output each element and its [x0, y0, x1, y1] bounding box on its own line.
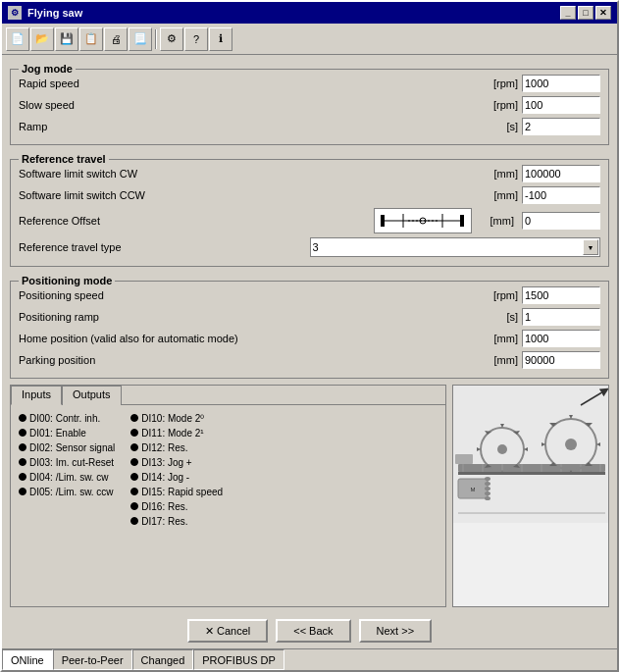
svg-rect-2: [460, 215, 464, 227]
jog-mode-border: Jog mode Rapid speed [rpm] Slow speed [r…: [10, 69, 609, 145]
sw-limit-ccw-label: Software limit switch CCW: [19, 189, 484, 201]
di10-label: DI10: Mode 2⁰: [141, 413, 204, 424]
minimize-button[interactable]: _: [560, 6, 576, 20]
list-item: DI02: Sensor signal: [19, 440, 115, 454]
save-as-button[interactable]: 📋: [79, 27, 103, 51]
positioning-mode-group: Positioning mode Positioning speed [rpm]…: [10, 281, 609, 379]
svg-rect-8: [458, 464, 605, 472]
di10-led: [130, 414, 138, 422]
slow-speed-input[interactable]: [522, 96, 600, 114]
list-item: DI10: Mode 2⁰: [130, 411, 223, 425]
main-content: Jog mode Rapid speed [rpm] Slow speed [r…: [2, 55, 617, 613]
close-button[interactable]: ✕: [595, 6, 611, 20]
print-preview-button[interactable]: 📃: [129, 27, 152, 51]
reference-type-row: Reference travel type 3 1 2 4 ▼: [19, 236, 600, 258]
save-button[interactable]: 💾: [55, 27, 78, 51]
jog-mode-title: Jog mode: [19, 63, 76, 75]
list-item: DI12: Res.: [130, 440, 223, 454]
positioning-speed-input[interactable]: [522, 286, 600, 304]
list-item: DI03: Im. cut-Reset: [19, 455, 115, 469]
home-position-row: Home position (valid also for automatic …: [19, 329, 600, 348]
slow-speed-label: Slow speed: [19, 99, 484, 111]
parking-position-input[interactable]: [522, 351, 600, 369]
list-item: DI00: Contr. inh.: [19, 411, 115, 425]
open-button[interactable]: 📂: [30, 27, 54, 51]
list-item: DI13: Jog +: [130, 455, 223, 469]
maximize-button[interactable]: □: [578, 6, 593, 20]
svg-point-43: [485, 477, 490, 481]
home-position-input[interactable]: [522, 330, 600, 347]
di11-label: DI11: Mode 2¹: [141, 428, 203, 439]
sw-limit-ccw-input[interactable]: [522, 186, 600, 204]
di03-label: DI03: Im. cut-Reset: [29, 457, 114, 468]
home-position-unit: [mm]: [484, 333, 518, 344]
positioning-mode-title: Positioning mode: [19, 275, 115, 286]
ramp-unit: [s]: [484, 121, 518, 132]
di05-led: [19, 488, 26, 495]
slow-speed-unit: [rpm]: [484, 99, 518, 111]
di12-led: [130, 443, 138, 451]
toolbar-separator: [155, 29, 157, 49]
di05-label: DI05: /Lim. sw. ccw: [29, 487, 114, 497]
di14-led: [130, 473, 138, 481]
next-button[interactable]: Next >>: [359, 619, 433, 643]
reference-travel-title: Reference travel: [19, 153, 109, 165]
sw-limit-cw-input[interactable]: [522, 165, 600, 182]
new-button[interactable]: 📄: [6, 27, 29, 51]
di03-led: [19, 458, 26, 466]
reference-offset-input[interactable]: [522, 212, 600, 230]
io-content: DI00: Contr. inh. DI01: Enable DI02: Sen…: [11, 405, 445, 606]
title-bar: ⚙ Flying saw _ □ ✕: [2, 2, 617, 24]
svg-rect-1: [381, 215, 385, 227]
tools-button[interactable]: ⚙: [160, 27, 183, 51]
offset-diagram: [374, 208, 472, 233]
positioning-ramp-input[interactable]: [522, 308, 600, 326]
help-button[interactable]: ?: [184, 27, 208, 51]
ramp-input[interactable]: [522, 118, 600, 135]
di13-label: DI13: Jog +: [141, 457, 191, 468]
ramp-label: Ramp: [19, 121, 484, 132]
di00-led: [19, 414, 26, 422]
back-button[interactable]: << Back: [276, 619, 350, 643]
svg-rect-38: [455, 454, 473, 464]
di13-led: [130, 458, 138, 466]
io-column-2: DI10: Mode 2⁰ DI11: Mode 2¹ DI12: Res.: [130, 411, 223, 600]
positioning-mode-border: Positioning mode Positioning speed [rpm]…: [10, 281, 609, 379]
home-position-label: Home position (valid also for automatic …: [19, 333, 484, 344]
sw-limit-ccw-unit: [mm]: [484, 189, 518, 201]
io-column-1: DI00: Contr. inh. DI01: Enable DI02: Sen…: [19, 411, 115, 600]
di16-label: DI16: Res.: [141, 501, 187, 512]
info-button[interactable]: ℹ: [209, 27, 232, 51]
status-peer: Peer-to-Peer: [53, 649, 132, 670]
status-profibus: PROFIBUS DP: [193, 649, 284, 670]
list-item: DI14: Jog -: [130, 470, 223, 484]
status-online: ONline: [2, 649, 53, 670]
positioning-ramp-row: Positioning ramp [s]: [19, 307, 600, 327]
inputs-tab[interactable]: Inputs: [11, 386, 62, 405]
di17-label: DI17: Res.: [141, 516, 187, 527]
cancel-button[interactable]: ✕ Cancel: [187, 619, 268, 643]
diagram-panel: M: [452, 385, 609, 607]
svg-rect-9: [458, 472, 605, 475]
offset-diagram-svg: [379, 210, 467, 232]
list-item: DI04: /Lim. sw. cw: [19, 470, 115, 484]
svg-point-29: [565, 439, 577, 450]
positioning-ramp-label: Positioning ramp: [19, 311, 484, 323]
list-item: DI11: Mode 2¹: [130, 426, 223, 439]
di04-led: [19, 473, 26, 481]
svg-point-19: [497, 444, 507, 454]
jog-mode-group: Jog mode Rapid speed [rpm] Slow speed [r…: [10, 69, 609, 145]
reference-travel-border: Reference travel Software limit switch C…: [10, 159, 609, 267]
svg-rect-7: [453, 386, 609, 523]
parking-position-label: Parking position: [19, 354, 484, 366]
list-item: DI01: Enable: [19, 426, 115, 439]
rapid-speed-input[interactable]: [522, 75, 600, 92]
di00-label: DI00: Contr. inh.: [29, 413, 100, 424]
reference-type-select[interactable]: 3 1 2 4: [310, 237, 601, 257]
status-bar: ONline Peer-to-Peer Changed PROFIBUS DP: [2, 648, 617, 670]
print-button[interactable]: 🖨: [104, 27, 128, 51]
title-controls: _ □ ✕: [560, 6, 611, 20]
tab-bar: Inputs Outputs: [11, 386, 445, 405]
svg-point-45: [485, 487, 490, 491]
outputs-tab[interactable]: Outputs: [62, 386, 122, 405]
